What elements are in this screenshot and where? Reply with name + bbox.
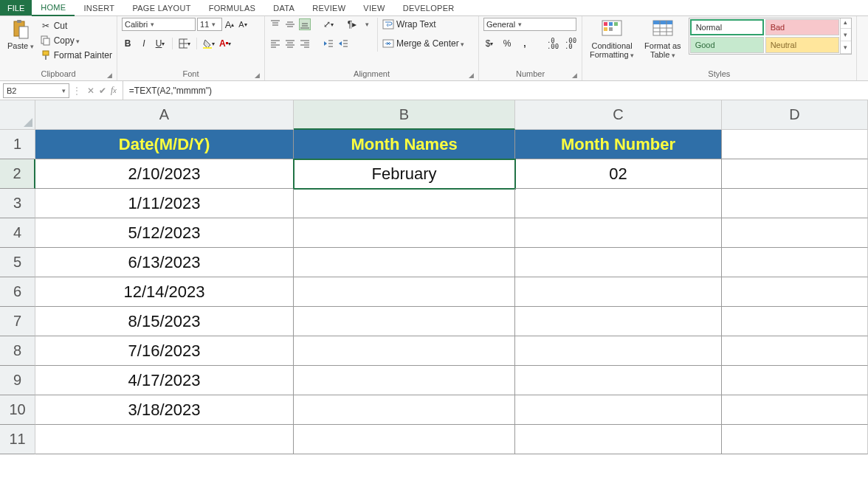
enter-icon[interactable]: ✔ (99, 86, 106, 96)
launcher-icon[interactable]: ◢ (572, 72, 577, 79)
cell-D11[interactable] (722, 425, 868, 454)
cell-A8[interactable]: 7/16/2023 (35, 336, 294, 366)
cell-B4[interactable] (294, 218, 515, 248)
copy-button[interactable]: Copy (40, 34, 112, 47)
row-header-8[interactable]: 8 (0, 336, 35, 366)
style-neutral[interactable]: Neutral (765, 37, 839, 53)
italic-button[interactable]: I (138, 38, 150, 49)
cell-A6[interactable]: 12/14/2023 (35, 277, 294, 307)
tab-developer[interactable]: DEVELOPER (394, 0, 464, 15)
cell-A1[interactable]: Date(M/D/Y) (35, 130, 294, 159)
orientation-icon[interactable]: ⤢▾ (323, 18, 334, 30)
font-size-select[interactable]: 11▾ (197, 18, 222, 31)
paste-button[interactable]: Paste (4, 18, 37, 52)
cell-C9[interactable] (515, 366, 722, 395)
cancel-icon[interactable]: ✕ (87, 86, 94, 96)
tab-file[interactable]: FILE (0, 0, 32, 15)
comma-button[interactable]: , (519, 38, 531, 49)
cell-C11[interactable] (515, 425, 722, 454)
text-direction-icon[interactable] (361, 18, 373, 30)
conditional-formatting-button[interactable]: ConditionalFormatting (587, 18, 637, 61)
cell-A11[interactable] (35, 425, 294, 454)
fx-icon[interactable]: fx (111, 85, 117, 96)
tab-home[interactable]: HOME (32, 0, 75, 16)
tab-data[interactable]: DATA (264, 0, 303, 15)
cell-C4[interactable] (515, 218, 722, 248)
number-format-select[interactable]: General▾ (483, 18, 576, 31)
cell-B2[interactable]: February (294, 159, 515, 189)
row-header-7[interactable]: 7 (0, 307, 35, 336)
cell-B11[interactable] (294, 425, 515, 454)
cell-A4[interactable]: 5/12/2023 (35, 218, 294, 248)
tab-review[interactable]: REVIEW (303, 0, 354, 15)
cell-A7[interactable]: 8/15/2023 (35, 307, 294, 336)
style-normal[interactable]: Normal (690, 19, 764, 35)
select-all-corner[interactable] (0, 100, 35, 130)
cut-button[interactable]: ✂ Cut (40, 19, 112, 32)
launcher-icon[interactable]: ◢ (255, 72, 260, 79)
increase-indent-icon[interactable] (337, 38, 349, 49)
accounting-button[interactable]: $▾ (483, 38, 495, 49)
col-header-D[interactable]: D (722, 100, 868, 130)
align-bottom-icon[interactable] (299, 18, 311, 30)
style-good[interactable]: Good (690, 37, 764, 53)
cell-C2[interactable]: 02 (515, 159, 722, 189)
cell-styles-gallery[interactable]: Normal Bad Good Neutral ▴ ▾ ▾ (689, 18, 852, 55)
cell-D9[interactable] (722, 366, 868, 395)
col-header-A[interactable]: A (35, 100, 294, 130)
align-left-icon[interactable] (269, 38, 281, 49)
decrease-decimal-button[interactable]: .00.0 (565, 38, 576, 49)
cell-D5[interactable] (722, 248, 868, 277)
cell-D7[interactable] (722, 307, 868, 336)
cell-B1[interactable]: Month Names (294, 130, 515, 159)
cell-B3[interactable] (294, 189, 515, 218)
row-header-10[interactable]: 10 (0, 395, 35, 425)
styles-down-icon[interactable]: ▾ (841, 31, 851, 41)
cell-D10[interactable] (722, 395, 868, 425)
cell-C6[interactable] (515, 277, 722, 307)
align-center-icon[interactable] (284, 38, 296, 49)
cell-D8[interactable] (722, 336, 868, 366)
cell-D1[interactable] (722, 130, 868, 159)
percent-button[interactable]: % (501, 38, 513, 49)
formula-input[interactable]: =TEXT(A2,"mmmm") (123, 81, 868, 100)
styles-up-icon[interactable]: ▴ (841, 18, 851, 29)
border-button[interactable]: ▾ (179, 38, 190, 49)
cell-C8[interactable] (515, 336, 722, 366)
launcher-icon[interactable]: ◢ (469, 72, 474, 79)
cell-D6[interactable] (722, 277, 868, 307)
row-header-4[interactable]: 4 (0, 218, 35, 248)
row-header-11[interactable]: 11 (0, 425, 35, 454)
cell-C10[interactable] (515, 395, 722, 425)
cell-D2[interactable] (722, 159, 868, 189)
cell-D3[interactable] (722, 189, 868, 218)
cell-A9[interactable]: 4/17/2023 (35, 366, 294, 395)
tab-page-layout[interactable]: PAGE LAYOUT (123, 0, 199, 15)
row-header-3[interactable]: 3 (0, 189, 35, 218)
col-header-B[interactable]: B (294, 100, 515, 130)
align-right-icon[interactable] (299, 38, 311, 49)
row-header-5[interactable]: 5 (0, 248, 35, 277)
cell-C7[interactable] (515, 307, 722, 336)
row-header-6[interactable]: 6 (0, 277, 35, 307)
name-box[interactable]: B2 ▾ (3, 83, 69, 98)
cell-B6[interactable] (294, 277, 515, 307)
col-header-C[interactable]: C (515, 100, 722, 130)
decrease-font-icon[interactable]: A▾ (237, 18, 249, 30)
format-painter-button[interactable]: Format Painter (40, 49, 112, 62)
increase-decimal-button[interactable]: .0.00 (547, 38, 559, 49)
font-name-select[interactable]: Calibri▾ (122, 18, 196, 31)
cell-C1[interactable]: Month Number (515, 130, 722, 159)
wrap-text-button[interactable]: Wrap Text (382, 18, 464, 31)
chevron-down-icon[interactable]: ▾ (62, 87, 66, 94)
cell-B8[interactable] (294, 336, 515, 366)
bold-button[interactable]: B (122, 38, 134, 49)
cell-A10[interactable]: 3/18/2023 (35, 395, 294, 425)
row-header-2[interactable]: 2 (0, 159, 35, 189)
decrease-indent-icon[interactable] (323, 38, 334, 49)
tab-formulas[interactable]: FORMULAS (200, 0, 265, 15)
fill-color-button[interactable]: ▾ (203, 38, 215, 49)
style-bad[interactable]: Bad (765, 19, 839, 35)
cell-B10[interactable] (294, 395, 515, 425)
launcher-icon[interactable]: ◢ (107, 72, 112, 79)
